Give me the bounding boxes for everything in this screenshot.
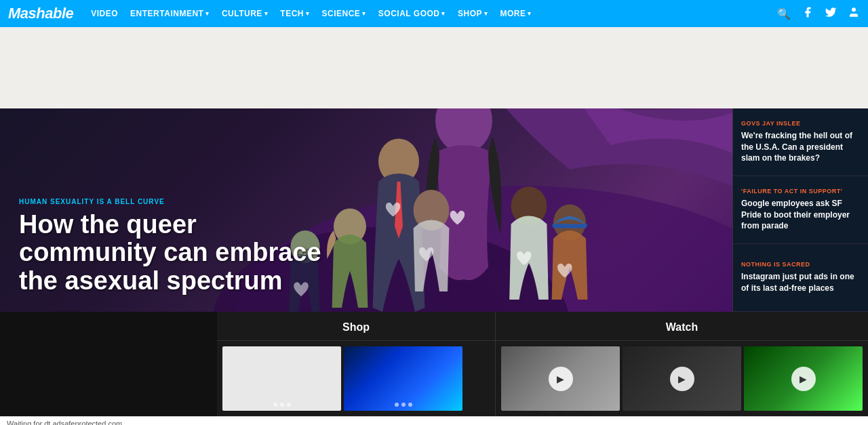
watch-thumb-1[interactable]: ▶ xyxy=(501,346,620,411)
bottom-section: Shop Watch ▶ xyxy=(0,312,868,416)
sidebar-title-3: Instagram just put ads in one of its las… xyxy=(741,271,860,294)
play-button-1[interactable]: ▶ xyxy=(549,367,573,391)
dot-1 xyxy=(273,403,277,407)
hero-title: How the queer community can embrace the … xyxy=(19,211,338,296)
watch-section: Watch ▶ ▶ ▶ xyxy=(496,312,868,416)
dot-3 xyxy=(287,403,291,407)
nav-item-science[interactable]: SCIENCE ▾ xyxy=(317,0,372,27)
nav-item-tech[interactable]: TECH ▾ xyxy=(275,0,315,27)
sidebar-tag-1: GOVS JAY INSLEE xyxy=(741,120,860,127)
site-logo[interactable]: Mashable xyxy=(8,5,73,22)
sidebar-article-2[interactable]: 'FAILURE TO ACT IN SUPPORT' Google emplo… xyxy=(733,176,868,244)
dot-2 xyxy=(280,403,284,407)
nav-item-video[interactable]: VIDEO xyxy=(85,0,123,27)
hero-sidebar: GOVS JAY INSLEE We're fracking the hell … xyxy=(732,108,868,312)
shop-header: Shop xyxy=(217,312,495,341)
search-icon[interactable]: 🔍 xyxy=(777,7,791,20)
svg-point-0 xyxy=(852,7,856,12)
shop-thumb-1[interactable] xyxy=(222,346,341,411)
nav-item-shop[interactable]: SHOP ▾ xyxy=(452,0,494,27)
play-button-2[interactable]: ▶ xyxy=(670,367,694,391)
facebook-icon[interactable] xyxy=(802,6,814,21)
dot-1 xyxy=(395,403,399,407)
sidebar-article-1[interactable]: GOVS JAY INSLEE We're fracking the hell … xyxy=(733,108,868,176)
nav-links: VIDEO ENTERTAINMENT ▾ CULTURE ▾ TECH ▾ S… xyxy=(85,0,777,27)
watch-thumbnails: ▶ ▶ ▶ xyxy=(496,341,868,416)
sidebar-tag-2: 'FAILURE TO ACT IN SUPPORT' xyxy=(741,188,860,195)
dot-3 xyxy=(408,403,412,407)
sidebar-article-3[interactable]: NOTHING IS SACRED Instagram just put ads… xyxy=(733,244,868,312)
nav-item-more[interactable]: MORE ▾ xyxy=(494,0,537,27)
chevron-down-icon: ▾ xyxy=(264,10,269,17)
status-bar: Waiting for dt.adsafeprotected.com xyxy=(0,416,868,425)
sidebar-title-1: We're fracking the hell out of the U.S.A… xyxy=(741,130,860,164)
status-text: Waiting for dt.adsafeprotected.com xyxy=(7,420,122,426)
carousel-dots-2 xyxy=(395,403,412,407)
hero-main-article[interactable]: HUMAN SEXUALITY IS A BELL CURVE How the … xyxy=(0,108,732,312)
chevron-down-icon: ▾ xyxy=(441,10,446,17)
bottom-left-panel xyxy=(0,312,217,416)
chevron-down-icon: ▾ xyxy=(205,10,210,17)
hero-category: HUMAN SEXUALITY IS A BELL CURVE xyxy=(19,198,338,205)
twitter-icon[interactable] xyxy=(825,6,837,21)
chevron-down-icon: ▾ xyxy=(528,10,532,17)
dot-2 xyxy=(401,403,406,407)
nav-item-social-good[interactable]: SOCIAL GOOD ▾ xyxy=(373,0,451,27)
hero-section: HUMAN SEXUALITY IS A BELL CURVE How the … xyxy=(0,108,868,312)
sidebar-title-2: Google employees ask SF Pride to boot th… xyxy=(741,198,860,232)
watch-thumb-3[interactable]: ▶ xyxy=(744,346,863,411)
shop-section: Shop xyxy=(217,312,496,416)
play-button-3[interactable]: ▶ xyxy=(791,367,816,391)
watch-thumb-2[interactable]: ▶ xyxy=(623,346,741,411)
watch-header: Watch xyxy=(496,312,868,341)
chevron-down-icon: ▾ xyxy=(484,10,488,17)
hero-text: HUMAN SEXUALITY IS A BELL CURVE How the … xyxy=(19,198,338,296)
nav-icons: 🔍 xyxy=(777,6,860,21)
chevron-down-icon: ▾ xyxy=(306,10,310,17)
chevron-down-icon: ▾ xyxy=(362,10,366,17)
carousel-dots xyxy=(273,403,291,407)
shop-thumbnails xyxy=(217,341,495,416)
navbar: Mashable VIDEO ENTERTAINMENT ▾ CULTURE ▾… xyxy=(0,0,868,27)
ad-banner xyxy=(0,27,868,108)
shop-thumb-2[interactable] xyxy=(344,346,462,411)
sidebar-tag-3: NOTHING IS SACRED xyxy=(741,261,860,268)
nav-item-culture[interactable]: CULTURE ▾ xyxy=(216,0,273,27)
nav-item-entertainment[interactable]: ENTERTAINMENT ▾ xyxy=(125,0,215,27)
user-icon[interactable] xyxy=(848,6,860,21)
